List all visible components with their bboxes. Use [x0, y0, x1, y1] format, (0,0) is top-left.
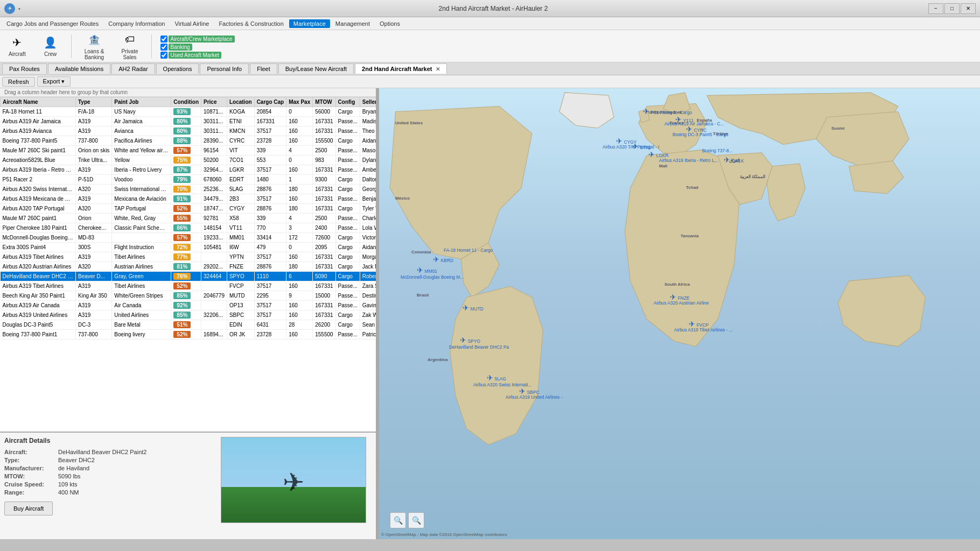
navtab-available-missions[interactable]: Available Missions [48, 63, 110, 74]
marker-mutd2[interactable]: ✈ MUTD [463, 303, 484, 312]
menu-item-management[interactable]: Management [331, 19, 374, 28]
cell-price: 324464 [201, 272, 227, 281]
maximize-button[interactable]: □ [944, 3, 960, 14]
menu-item-virtual-airline[interactable]: Virtual Airline [170, 19, 213, 28]
col-mtow[interactable]: MTOW [313, 97, 335, 107]
navtab-fleet[interactable]: Fleet [250, 63, 277, 74]
table-row[interactable]: Douglas DC-3 Paint5 DC-3 Bare Metal 51% … [1, 320, 376, 330]
col-seller[interactable]: Seller Name [360, 97, 376, 107]
quicktab-banking-check[interactable] [160, 44, 167, 51]
cell-aircraft-name: Airbus A319 United Airlines [1, 310, 76, 320]
marker-austrian[interactable]: Airbus A320 Austrian Airline [654, 300, 709, 306]
navtab-buy-lease-new-aircraft[interactable]: Buy/Lease New Aircraft [278, 63, 354, 74]
marker-kbrd[interactable]: ✈ KBRD [433, 255, 453, 264]
marker-etni[interactable]: ✈ ETNI [632, 142, 650, 151]
cell-aircraft-name: Airbus A320 Austrian Airlines [1, 262, 76, 272]
table-row[interactable]: Extra 300S Paint4 300S Flight Instructio… [1, 243, 376, 252]
toolbar-aircraft[interactable]: ✈ Aircraft [4, 33, 30, 59]
table-row[interactable]: Airbus A320 Swiss International A... A32… [1, 185, 376, 194]
cell-cargo: 553 [254, 156, 286, 165]
export-button[interactable]: Export ▾ [37, 76, 71, 87]
table-row[interactable]: Airbus A319 Air Canada A319 Air Canada 9… [1, 301, 376, 310]
marker-boeing737[interactable]: Boeing 737-8... [702, 147, 733, 153]
col-config[interactable]: Config [335, 97, 360, 107]
table-scroll[interactable]: Aircraft Name Type Paint Job Condition P… [0, 97, 376, 340]
col-type[interactable]: Type [76, 97, 112, 107]
buy-aircraft-button[interactable]: Buy Aircraft [4, 501, 53, 515]
table-row[interactable]: Airbus A319 United Airlines A319 United … [1, 310, 376, 320]
table-row[interactable]: Boeing 737-800 Paint5 737-800 Pacifica A… [1, 136, 376, 146]
toolbar-crew[interactable]: 👤 Crew [39, 33, 62, 59]
menu-item-factories---construction[interactable]: Factories & Construction [214, 19, 288, 28]
marker-tap[interactable]: Airbus A320 TAP Portugal - I [603, 144, 660, 150]
table-row[interactable]: Airbus A320 Austrian Airlines A320 Austr… [1, 262, 376, 272]
table-row[interactable]: Airbus A319 Iberia - Retro Livery A319 I… [1, 165, 376, 175]
marker-tibet[interactable]: Airbus A319 Tibet Airlines - ... [674, 327, 733, 333]
menu-item-cargo-jobs-and-passenger-routes[interactable]: Cargo Jobs and Passenger Routes [2, 19, 103, 28]
marker-mm01[interactable]: ✈ MM01 [417, 266, 437, 274]
col-condition[interactable]: Condition [171, 97, 201, 107]
refresh-button[interactable]: Refresh [2, 77, 35, 87]
table-row[interactable]: Airbus A319 Avianca A319 Avianca 80% 303… [1, 126, 376, 136]
detail-value: 109 kts [58, 481, 77, 488]
table-row[interactable]: Airbus A319 Tibet Airlines A319 Tibet Ai… [1, 252, 376, 262]
col-price[interactable]: Price [201, 97, 227, 107]
map-zoom-out[interactable]: 🔍 [390, 512, 406, 528]
navtab-ah--radar[interactable]: AH2 Radar [111, 63, 155, 74]
minimize-button[interactable]: − [928, 3, 943, 14]
map-zoom-in[interactable]: 🔍 [408, 512, 424, 528]
col-cargo[interactable]: Cargo Cap [254, 97, 286, 107]
navtab-personal-info[interactable]: Personal Info [200, 63, 249, 74]
marker-mutd[interactable]: McDonnell-Douglas Boeing M... [401, 274, 464, 280]
cell-mtow: 5090 [313, 272, 335, 281]
col-paint[interactable]: Paint Job [112, 97, 171, 107]
navtab-pax-routes[interactable]: Pax Routes [2, 63, 47, 74]
cell-type: Cherokee... [76, 223, 112, 233]
table-row[interactable]: FA-18 Hornet 11 F/A-18 US Navy 93% 10871… [1, 107, 376, 117]
table-row[interactable]: Beech King Air 350 Paint1 King Air 350 W… [1, 291, 376, 301]
table-row[interactable]: McDonnell-Douglas Boeing MD-83 MD-83 57%… [1, 233, 376, 243]
navtab--nd-hand-aircraft-market[interactable]: 2nd Hand Aircraft Market ✕ [355, 63, 447, 74]
app-icon: ✈ [4, 3, 15, 14]
marker-a319-united[interactable]: Airbus A319 United Airlines - [506, 394, 563, 400]
table-row[interactable]: Airbus A319 Air Jamaica A319 Air Jamaica… [1, 117, 376, 126]
table-row[interactable]: Maule M7 260C paint1 Orion White, Red, G… [1, 214, 376, 223]
col-location[interactable]: Location [227, 97, 254, 107]
marker-spyo[interactable]: ✈ SPYO [460, 336, 480, 344]
menu-item-marketplace[interactable]: Marketplace [289, 19, 330, 28]
cell-pax: 160 [286, 136, 313, 146]
toolbar-private-sales[interactable]: 🏷 PrivateSales [117, 30, 142, 62]
table-row[interactable]: Airbus A320 TAP Portugal A320 TAP Portug… [1, 204, 376, 214]
marker-fa18[interactable]: FA-18 Hornet 11 - Cargo [444, 247, 493, 253]
navtab-operations[interactable]: Operations [156, 63, 199, 74]
table-row[interactable]: Airbus A319 Tibet Airlines A319 Tibet Ai… [1, 281, 376, 291]
menu-item-options[interactable]: Options [375, 19, 404, 28]
cell-condition: 55% [171, 214, 201, 223]
navtab-close[interactable]: ✕ [434, 66, 440, 72]
table-row[interactable]: DeHavilland Beaver DHC2 Paint2 Beaver D.… [1, 272, 376, 281]
menu-item-company-information[interactable]: Company Information [104, 19, 169, 28]
table-row[interactable]: Airbus A319 Mexicana de Aviación A319 Me… [1, 194, 376, 204]
cell-price: 96154 [201, 146, 227, 156]
col-pax[interactable]: Max Pax [286, 97, 313, 107]
col-aircraft-name[interactable]: Aircraft Name [1, 97, 76, 107]
table-row[interactable]: P51 Racer 2 P-51D Voodoo 79% 678060 EDRT… [1, 175, 376, 185]
marker-beaver-spyo[interactable]: DeHavilland Beaver DHC2 Pa [449, 344, 509, 350]
marker-or1k[interactable]: ✈ OR1K [724, 156, 744, 164]
marker-dc3[interactable]: Boeing DC-3 Paint5 - Cargo [673, 131, 729, 137]
marker-5lag[interactable]: ✈ 5LAG [487, 373, 506, 382]
cell-aircraft-name: Boeing 737-800 Paint1 [1, 330, 76, 340]
marker-p51[interactable]: ✈ P51 Racer 5 - Cargo [643, 107, 692, 116]
quicktab-marketplace-check[interactable] [160, 36, 167, 43]
table-row[interactable]: Maule M7 260C Ski paint1 Orion on skis W… [1, 146, 376, 156]
toolbar-sep1 [71, 34, 72, 58]
table-row[interactable]: Piper Cherokee 180 Paint1 Cherokee... Cl… [1, 223, 376, 233]
toolbar-banking[interactable]: 🏦 Loans &Banking [80, 30, 109, 62]
marker-a319-iberia[interactable]: Airbus A319 Iberia - Retro L... [659, 157, 718, 163]
table-row[interactable]: Boeing 737-800 Paint1 737-800 Boeing liv… [1, 330, 376, 340]
cell-type: Trike Ultra... [76, 156, 112, 165]
close-button[interactable]: ✕ [961, 3, 976, 14]
table-row[interactable]: Acreoation5829L Blue Trike Ultra... Yell… [1, 156, 376, 165]
quicktab-usedmarket-check[interactable] [160, 52, 167, 59]
cell-location: CYRC [227, 136, 254, 146]
